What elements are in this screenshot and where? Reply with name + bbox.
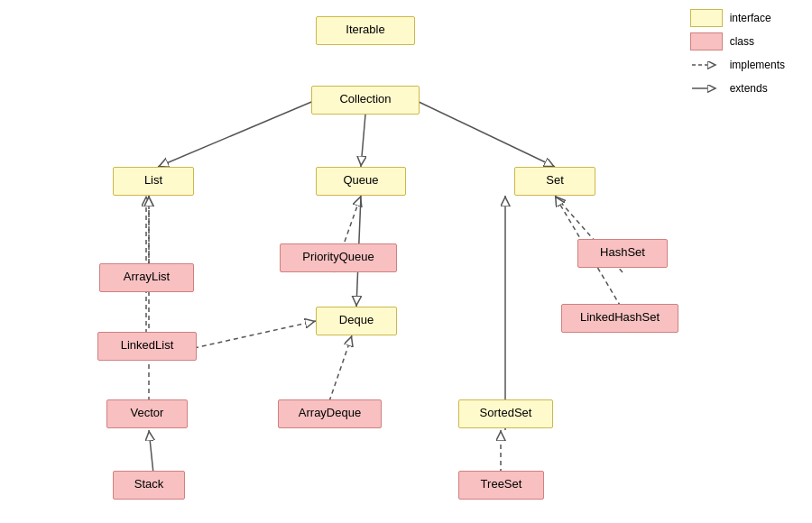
node-set: Set xyxy=(514,167,595,196)
legend-extends-line xyxy=(690,79,723,97)
svg-line-2 xyxy=(361,115,365,167)
node-arrayList: ArrayList xyxy=(99,263,194,292)
node-deque: Deque xyxy=(316,307,397,335)
node-list: List xyxy=(113,167,194,196)
node-queue: Queue xyxy=(316,167,406,196)
node-vector: Vector xyxy=(106,399,188,428)
svg-line-1 xyxy=(158,100,316,167)
legend-extends: extends xyxy=(690,79,785,97)
legend-interface-label: interface xyxy=(730,12,771,24)
legend-implements-line xyxy=(690,56,723,74)
node-iterable: Iterable xyxy=(316,16,415,45)
node-priorityQueue: PriorityQueue xyxy=(280,243,397,272)
legend-implements-label: implements xyxy=(730,59,785,71)
legend-implements: implements xyxy=(690,56,785,74)
legend-interface-box xyxy=(690,9,723,27)
legend-class-label: class xyxy=(730,35,754,48)
node-collection: Collection xyxy=(311,86,420,115)
legend-interface: interface xyxy=(690,9,785,27)
node-linkedHashSet: LinkedHashSet xyxy=(561,304,678,333)
node-hashSet: HashSet xyxy=(577,239,668,268)
svg-line-14 xyxy=(149,430,153,473)
node-stack: Stack xyxy=(113,471,185,500)
diagram-container: Iterable Collection List Queue Set Prior… xyxy=(0,0,812,523)
node-treeSet: TreeSet xyxy=(458,471,544,500)
node-sortedSet: SortedSet xyxy=(458,399,553,428)
svg-line-12 xyxy=(329,335,352,401)
legend-class: class xyxy=(690,32,785,50)
node-arrayDeque: ArrayDeque xyxy=(278,399,382,428)
legend-extends-label: extends xyxy=(730,82,768,95)
legend-class-box xyxy=(690,32,723,50)
svg-line-3 xyxy=(415,100,555,167)
legend: interface class implements xyxy=(690,9,785,97)
node-linkedList: LinkedList xyxy=(97,332,197,361)
svg-line-10 xyxy=(194,321,316,348)
